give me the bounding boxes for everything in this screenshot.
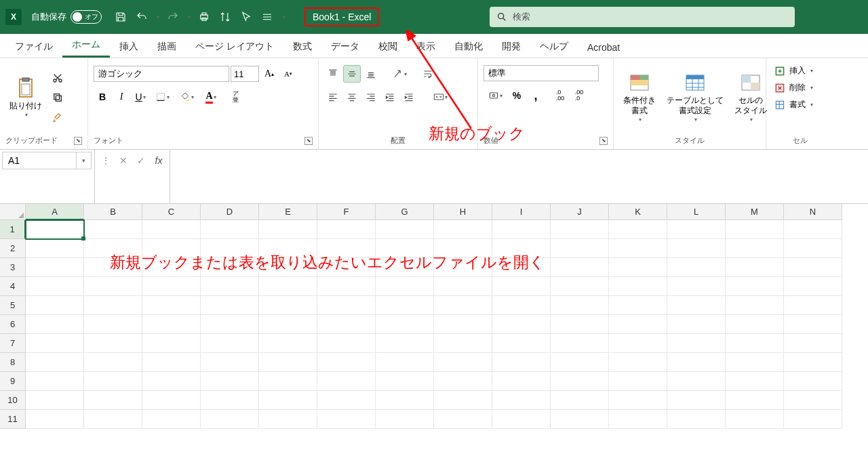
cell[interactable] <box>376 391 434 410</box>
cell[interactable] <box>667 334 726 353</box>
cell[interactable] <box>317 315 376 334</box>
cell[interactable] <box>142 296 201 315</box>
qat-print-button[interactable] <box>195 7 214 26</box>
format-as-table-button[interactable]: テーブルとして 書式設定▾ <box>663 68 728 125</box>
autosave-toggle[interactable]: 自動保存 オフ <box>31 10 102 24</box>
cell[interactable] <box>551 334 609 353</box>
cell[interactable] <box>434 220 492 239</box>
format-painter-button[interactable] <box>49 108 66 126</box>
cell[interactable] <box>317 334 376 353</box>
cell[interactable] <box>376 296 434 315</box>
cell[interactable] <box>726 315 784 334</box>
cell[interactable] <box>376 220 434 239</box>
cell[interactable] <box>84 391 142 410</box>
cell[interactable] <box>784 220 842 239</box>
cell[interactable] <box>259 296 317 315</box>
column-header[interactable]: B <box>84 204 142 220</box>
row-header[interactable]: 8 <box>0 353 26 372</box>
wrap-text-button[interactable] <box>419 65 437 83</box>
cell[interactable] <box>492 334 551 353</box>
cell[interactable] <box>376 239 434 258</box>
cell[interactable] <box>726 277 784 296</box>
tab-開発[interactable]: 開発 <box>492 35 530 58</box>
cell[interactable] <box>492 315 551 334</box>
cell[interactable] <box>784 277 842 296</box>
cell[interactable] <box>26 220 84 239</box>
cell[interactable] <box>142 391 201 410</box>
align-bottom-button[interactable] <box>362 65 380 83</box>
cell[interactable] <box>609 353 667 372</box>
cell[interactable] <box>317 258 376 277</box>
tab-数式[interactable]: 数式 <box>283 35 321 58</box>
row-header[interactable]: 3 <box>0 258 26 277</box>
row-header[interactable]: 1 <box>0 220 26 239</box>
phonetic-button[interactable]: ア 亜 <box>224 88 247 106</box>
number-launcher[interactable]: ⬊ <box>599 137 608 145</box>
cell[interactable] <box>667 353 726 372</box>
undo-button[interactable] <box>132 7 151 26</box>
cell[interactable] <box>609 239 667 258</box>
cell[interactable] <box>317 220 376 239</box>
orientation-button[interactable]: ▾ <box>388 65 411 83</box>
align-left-button[interactable] <box>324 88 342 106</box>
column-header[interactable]: M <box>726 204 784 220</box>
cut-button[interactable] <box>49 69 66 87</box>
cell[interactable] <box>317 296 376 315</box>
align-top-button[interactable] <box>324 65 342 83</box>
cell[interactable] <box>726 258 784 277</box>
cell[interactable] <box>434 239 492 258</box>
cell[interactable] <box>492 258 551 277</box>
cell[interactable] <box>201 220 259 239</box>
tab-ページ レイアウト[interactable]: ページ レイアウト <box>186 35 283 58</box>
cell[interactable] <box>84 353 142 372</box>
cell[interactable] <box>609 372 667 391</box>
cell[interactable] <box>259 239 317 258</box>
percent-button[interactable]: % <box>508 87 526 104</box>
qat-cursor-button[interactable] <box>237 7 256 26</box>
cell[interactable] <box>667 410 726 429</box>
cell[interactable] <box>784 391 842 410</box>
cell[interactable] <box>726 353 784 372</box>
cell[interactable] <box>317 410 376 429</box>
font-size-select[interactable] <box>231 66 259 82</box>
tab-自動化[interactable]: 自動化 <box>445 35 492 58</box>
cell[interactable] <box>551 239 609 258</box>
cell[interactable] <box>667 239 726 258</box>
column-header[interactable]: J <box>551 204 609 220</box>
cell[interactable] <box>84 239 142 258</box>
cell[interactable] <box>726 296 784 315</box>
cell[interactable] <box>726 372 784 391</box>
cell[interactable] <box>201 410 259 429</box>
row-header[interactable]: 6 <box>0 315 26 334</box>
cell[interactable] <box>609 296 667 315</box>
column-header[interactable]: I <box>492 204 551 220</box>
cell[interactable] <box>609 315 667 334</box>
fx-button[interactable]: fx <box>151 152 167 169</box>
cell[interactable] <box>609 258 667 277</box>
decrease-indent-button[interactable] <box>381 88 399 106</box>
cell[interactable] <box>609 277 667 296</box>
qat-menu-button[interactable] <box>258 7 277 26</box>
tab-Acrobat[interactable]: Acrobat <box>578 37 629 58</box>
cell[interactable] <box>84 410 142 429</box>
cell[interactable] <box>84 220 142 239</box>
search-input[interactable]: 検索 <box>490 7 795 27</box>
name-box[interactable] <box>2 152 77 169</box>
column-header[interactable]: C <box>142 204 201 220</box>
cell[interactable] <box>201 315 259 334</box>
cell[interactable] <box>551 220 609 239</box>
more-button[interactable]: ⋮ <box>98 152 114 169</box>
cell[interactable] <box>259 277 317 296</box>
decrease-decimal-button[interactable]: .00.0 <box>570 87 588 104</box>
cell[interactable] <box>726 239 784 258</box>
column-header[interactable]: L <box>667 204 726 220</box>
cell[interactable] <box>201 296 259 315</box>
number-format-select[interactable] <box>484 65 599 81</box>
column-header[interactable]: H <box>434 204 492 220</box>
cell[interactable] <box>376 410 434 429</box>
cell[interactable] <box>376 315 434 334</box>
cell[interactable] <box>667 315 726 334</box>
cell[interactable] <box>201 353 259 372</box>
cell[interactable] <box>609 391 667 410</box>
cell[interactable] <box>84 258 142 277</box>
